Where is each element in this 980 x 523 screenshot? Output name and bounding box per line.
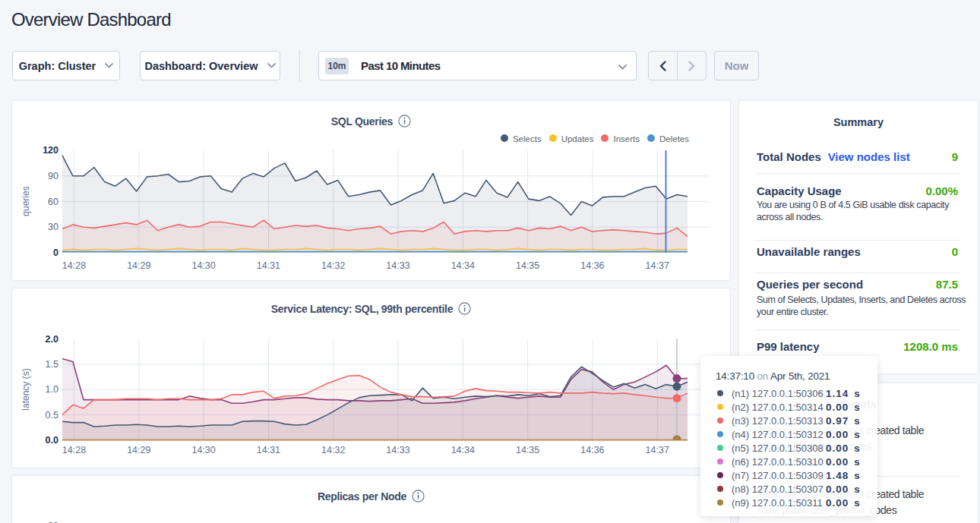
svg-text:14:33: 14:33: [386, 260, 409, 271]
svg-text:14:34: 14:34: [451, 260, 475, 271]
svg-text:0: 0: [53, 247, 58, 258]
svg-text:14:33: 14:33: [386, 445, 409, 455]
svg-text:2.0: 2.0: [46, 334, 58, 345]
svg-text:30: 30: [48, 222, 58, 232]
svg-text:0.0: 0.0: [46, 435, 58, 446]
svg-text:90: 90: [48, 521, 58, 523]
svg-text:latency (s): latency (s): [21, 368, 31, 410]
svg-text:14:35: 14:35: [516, 445, 539, 455]
svg-text:90: 90: [48, 171, 58, 181]
svg-text:1.0: 1.0: [46, 384, 58, 395]
svg-text:14:37: 14:37: [646, 445, 669, 455]
svg-text:14:31: 14:31: [257, 445, 280, 455]
svg-text:0.5: 0.5: [46, 410, 58, 421]
svg-text:14:29: 14:29: [127, 445, 150, 455]
svg-text:14:36: 14:36: [580, 260, 604, 271]
svg-text:14:36: 14:36: [580, 445, 604, 455]
svg-text:queries: queries: [21, 186, 31, 216]
svg-text:14:35: 14:35: [516, 260, 539, 271]
svg-text:14:37: 14:37: [646, 260, 669, 271]
svg-text:14:30: 14:30: [191, 445, 215, 455]
svg-text:1.5: 1.5: [46, 359, 58, 370]
svg-text:14:31: 14:31: [257, 260, 280, 271]
svg-text:120: 120: [43, 145, 58, 156]
svg-text:14:29: 14:29: [127, 260, 150, 271]
svg-text:14:28: 14:28: [62, 260, 86, 271]
svg-text:14:32: 14:32: [321, 260, 345, 271]
svg-text:14:32: 14:32: [321, 445, 345, 455]
svg-text:60: 60: [48, 197, 58, 207]
svg-text:14:28: 14:28: [62, 445, 86, 455]
svg-text:14:34: 14:34: [451, 445, 475, 455]
svg-text:14:30: 14:30: [191, 260, 215, 271]
